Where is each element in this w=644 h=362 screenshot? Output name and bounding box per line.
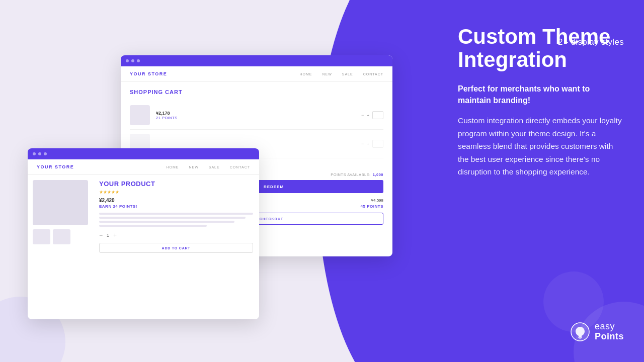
- earn-value: 45 POINTS: [361, 204, 383, 209]
- browser-bar-cart: [121, 55, 392, 66]
- description: Custom integration directly embeds your …: [458, 114, 624, 178]
- product-qty-minus[interactable]: −: [99, 232, 103, 239]
- nav-item-sale: SALE: [342, 72, 353, 76]
- cart-item-row: ¥2,178 21 POINTS − +: [130, 101, 383, 130]
- product-earn: EARN 24 POINTS!: [99, 204, 253, 209]
- cart-item-info: ¥2,178 21 POINTS: [156, 111, 355, 120]
- qty-value: +: [367, 113, 369, 118]
- svg-point-2: [579, 338, 581, 339]
- logo-name-line2: Points: [595, 332, 624, 342]
- add-to-cart-button[interactable]: ADD TO CART: [99, 243, 253, 253]
- cart-thumbnail: [130, 105, 150, 125]
- cart-icon-box-2: [372, 140, 383, 148]
- cart-qty-2: − +: [361, 140, 383, 148]
- logo-area: easy Points: [458, 322, 624, 342]
- cart-price: ¥2,178: [156, 111, 355, 116]
- product-qty-plus[interactable]: +: [113, 232, 117, 239]
- store-nav-cart: YOUR STORE HOME NEW SALE CONTACT: [121, 66, 392, 82]
- easypoints-logo-icon: [571, 322, 590, 341]
- subtitle: Perfect for merchants who want to mainta…: [458, 83, 624, 106]
- product-qty-row: − 1 +: [99, 232, 253, 239]
- store-name-cart: YOUR STORE: [130, 71, 167, 76]
- product-details: YOUR PRODUCT ★★★★★ ¥2,420 EARN 24 POINTS…: [93, 175, 259, 318]
- desc-line-2: [99, 217, 246, 219]
- desc-line-1: [99, 213, 253, 215]
- product-images: [28, 175, 93, 318]
- display-styles-label: 2 - display styles: [558, 37, 624, 47]
- right-content: Custom ThemeIntegration Perfect for merc…: [458, 25, 624, 178]
- product-content: YOUR PRODUCT ★★★★★ ¥2,420 EARN 24 POINTS…: [28, 175, 259, 318]
- store-name-product: YOUR STORE: [37, 164, 74, 169]
- right-panel: 2 - display styles Custom ThemeIntegrati…: [433, 0, 644, 362]
- cart-qty: − +: [361, 111, 383, 119]
- cart-title: SHOPPING CART: [130, 89, 383, 95]
- nav-sale-p: SALE: [209, 165, 220, 169]
- product-thumbs: [33, 229, 88, 244]
- nav-home-p: HOME: [166, 165, 179, 169]
- product-name: YOUR PRODUCT: [99, 180, 253, 188]
- points-available-value: 1,000: [373, 172, 383, 177]
- browser-dot: [131, 59, 134, 62]
- nav-item-home: HOME: [299, 72, 312, 76]
- qty-value-2: +: [367, 142, 369, 146]
- desc-line-4: [99, 225, 207, 227]
- product-thumb-2: [53, 229, 70, 244]
- subtotal-value: ¥4,598: [371, 198, 383, 203]
- browser-dot-p3: [44, 152, 47, 155]
- product-stars: ★★★★★: [99, 190, 253, 195]
- points-available-label: POINTS AVAILABLE:: [331, 172, 371, 177]
- browser-dot: [137, 59, 140, 62]
- left-panel: YOUR STORE HOME NEW SALE CONTACT SHOPPIN…: [0, 0, 433, 362]
- browser-dot-p2: [38, 152, 41, 155]
- browser-bar-product: [28, 148, 259, 159]
- nav-new-p: NEW: [189, 165, 198, 169]
- product-thumb-1: [33, 229, 50, 244]
- cart-icon-box: [372, 111, 383, 119]
- qty-minus-2: −: [361, 141, 364, 146]
- logo-text: easy Points: [595, 322, 624, 342]
- nav-item-new: NEW: [322, 72, 332, 76]
- browser-dot-p1: [33, 152, 36, 155]
- product-main-image: [33, 180, 88, 225]
- product-window: YOUR STORE HOME NEW SALE CONTACT YOUR PR…: [28, 148, 259, 319]
- store-nav-product: YOUR STORE HOME NEW SALE CONTACT: [28, 159, 259, 175]
- browser-dot: [126, 59, 129, 62]
- product-description: [99, 213, 253, 227]
- main-heading: Custom ThemeIntegration: [458, 25, 624, 71]
- logo-name-line1: easy: [595, 322, 624, 332]
- product-qty-value: 1: [107, 233, 109, 238]
- nav-contact-p: CONTACT: [230, 165, 250, 169]
- qty-minus: −: [361, 113, 364, 118]
- cart-points: 21 POINTS: [156, 116, 355, 120]
- product-price: ¥2,420: [99, 198, 253, 203]
- desc-line-3: [99, 221, 234, 223]
- nav-item-contact: CONTACT: [363, 72, 383, 76]
